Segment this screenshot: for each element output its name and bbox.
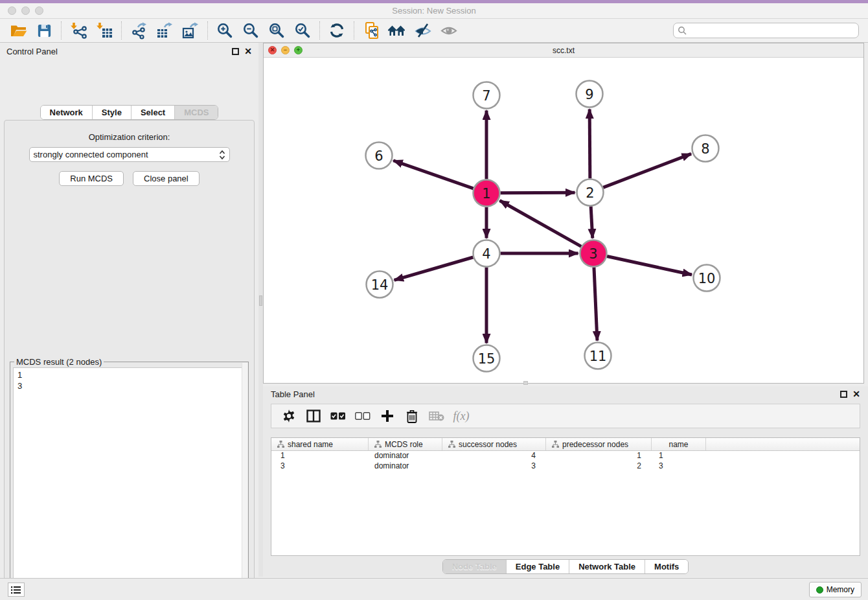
close-panel-icon[interactable]: ✕ [852, 391, 860, 398]
tab-node-table[interactable]: Node Table [443, 560, 507, 573]
delete-table-button[interactable] [426, 406, 448, 426]
node-label-8: 8 [701, 141, 709, 157]
zoom-window-button[interactable] [35, 6, 43, 15]
search-box[interactable] [673, 23, 859, 38]
frame-minimize-icon[interactable]: − [281, 46, 290, 54]
export-table-button[interactable] [152, 20, 177, 41]
control-panel-header: Control Panel ✕ [0, 43, 258, 60]
column-settings-button[interactable] [278, 406, 300, 426]
criterion-select[interactable]: strongly connected component [29, 147, 230, 162]
float-panel-icon[interactable] [840, 391, 847, 398]
table-cell[interactable]: 1 [271, 451, 369, 461]
split-view-button[interactable] [303, 406, 325, 426]
network-canvas[interactable]: 7968124314101511 [264, 58, 863, 383]
mcds-result-text[interactable]: 1 3 [13, 367, 246, 600]
edge-2-9[interactable] [589, 109, 590, 178]
save-session-button[interactable] [31, 20, 57, 41]
control-panel: Control Panel ✕ Network Style Select MCD… [0, 43, 258, 577]
zoom-fit-button[interactable] [264, 20, 290, 41]
table-cell[interactable]: dominator [369, 451, 442, 461]
tab-motifs[interactable]: Motifs [645, 560, 688, 573]
node-label-15: 15 [478, 351, 496, 367]
open-session-button[interactable] [5, 20, 31, 41]
horizontal-splitter-grip[interactable] [523, 381, 528, 385]
node-table: shared nameMCDS rolesuccessor nodesprede… [271, 437, 860, 556]
table-cell[interactable]: dominator [369, 461, 442, 472]
import-table-button[interactable] [91, 20, 117, 41]
splitter-grip[interactable] [259, 295, 262, 306]
gear-icon [282, 410, 295, 422]
toolbar-separator [319, 21, 320, 40]
table-toolbar: f(x) [271, 404, 860, 428]
export-network-icon [130, 22, 148, 40]
network-graph[interactable]: 7968124314101511 [264, 58, 863, 383]
column-header-shared-name[interactable]: shared name [271, 438, 369, 450]
edge-3-11[interactable] [594, 267, 597, 340]
table-cell[interactable]: 1 [546, 451, 652, 461]
tab-edge-table[interactable]: Edge Table [507, 560, 569, 573]
network-frame-title: scc.txt [553, 46, 575, 55]
node-label-11: 11 [589, 349, 607, 364]
table-cell[interactable]: 2 [546, 461, 652, 472]
graphics-details-button[interactable] [410, 20, 436, 41]
result-scrollbar[interactable] [242, 363, 247, 600]
tab-network-table[interactable]: Network Table [569, 560, 645, 573]
delete-column-button[interactable] [401, 406, 423, 426]
add-column-button[interactable] [376, 406, 398, 426]
function-builder-button[interactable]: f(x) [450, 406, 472, 426]
import-network-button[interactable] [65, 20, 91, 41]
zoom-in-button[interactable] [212, 20, 238, 41]
vertical-splitter[interactable] [258, 43, 263, 577]
task-history-button[interactable] [8, 583, 25, 597]
frame-maximize-icon[interactable]: + [294, 46, 303, 54]
plus-icon [381, 410, 394, 422]
tab-network[interactable]: Network [41, 106, 93, 119]
duplicate-network-button[interactable] [358, 20, 384, 41]
column-header-predecessor-nodes[interactable]: predecessor nodes [546, 438, 652, 450]
export-network-button[interactable] [126, 20, 152, 41]
column-type-icon [277, 441, 284, 448]
edge-2-3[interactable] [591, 206, 593, 238]
edge-2-8[interactable] [603, 154, 691, 187]
search-input[interactable] [687, 24, 858, 37]
run-mcds-button[interactable]: Run MCDS [59, 171, 124, 186]
tab-style[interactable]: Style [93, 106, 131, 119]
table-cell[interactable]: 1 [652, 451, 706, 461]
table-row[interactable]: 1dominator411 [271, 451, 860, 461]
edge-4-14[interactable] [394, 257, 474, 280]
edge-1-2[interactable] [500, 192, 575, 193]
close-panel-button[interactable]: Close panel [133, 171, 200, 186]
birdseye-view-button[interactable] [436, 20, 462, 41]
edge-1-6[interactable] [393, 161, 474, 189]
column-header-MCDS-role[interactable]: MCDS role [369, 438, 442, 450]
apply-layout-button[interactable] [324, 20, 350, 41]
export-image-button[interactable] [177, 20, 203, 41]
table-header-row: shared nameMCDS rolesuccessor nodesprede… [271, 438, 860, 451]
minimize-window-button[interactable] [21, 6, 30, 15]
column-header-label: successor nodes [459, 440, 517, 449]
table-row[interactable]: 3dominator323 [271, 461, 860, 472]
network-frame-titlebar[interactable]: ✕ − + scc.txt [264, 43, 863, 58]
edge-3-1[interactable] [499, 201, 581, 247]
tab-mcds[interactable]: MCDS [175, 106, 218, 119]
zoom-out-button[interactable] [238, 20, 264, 41]
table-cell[interactable]: 3 [271, 461, 369, 472]
select-all-button[interactable] [327, 406, 349, 426]
column-header-name[interactable]: name [652, 438, 706, 450]
import-table-icon [96, 22, 113, 40]
table-cell[interactable]: 4 [442, 451, 546, 461]
first-neighbors-button[interactable] [384, 20, 410, 41]
tab-select[interactable]: Select [131, 106, 175, 119]
table-cell[interactable]: 3 [652, 461, 706, 472]
close-panel-icon[interactable]: ✕ [244, 48, 252, 55]
float-panel-icon[interactable] [232, 48, 239, 55]
zoom-selected-button[interactable] [290, 20, 315, 41]
edge-3-10[interactable] [607, 257, 692, 275]
memory-button[interactable]: Memory [809, 582, 862, 597]
table-cell[interactable]: 3 [442, 461, 546, 472]
close-window-button[interactable] [8, 6, 16, 15]
clear-selection-button[interactable] [352, 406, 374, 426]
frame-close-icon[interactable]: ✕ [268, 46, 277, 54]
column-header-successor-nodes[interactable]: successor nodes [442, 438, 546, 450]
criterion-value: strongly connected component [34, 150, 219, 159]
